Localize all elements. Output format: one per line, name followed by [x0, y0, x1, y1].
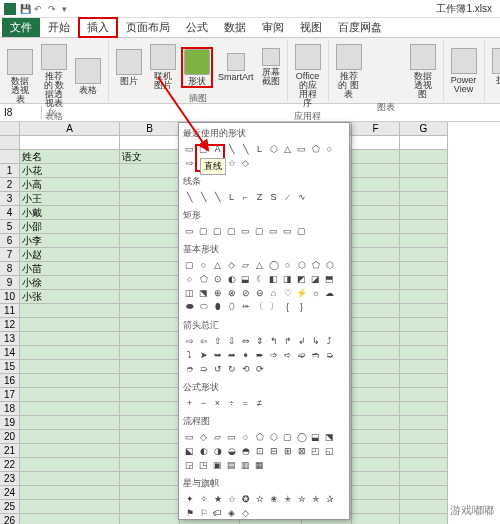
cell[interactable] [400, 206, 448, 220]
shape-item[interactable]: ✮ [295, 492, 308, 505]
cell[interactable] [352, 416, 400, 430]
shape-item[interactable]: ★ [211, 492, 224, 505]
cell[interactable] [352, 136, 400, 150]
cell[interactable] [400, 416, 448, 430]
fx-icon[interactable]: fx [42, 107, 62, 118]
tab-file[interactable]: 文件 [2, 18, 40, 37]
cell[interactable] [120, 374, 180, 388]
shape-item[interactable]: ╲ [211, 190, 224, 203]
shape-item[interactable]: = [239, 396, 252, 409]
shape-item[interactable]: △ [211, 258, 224, 271]
shape-item[interactable]: 🏷 [211, 506, 224, 519]
col-header[interactable] [0, 122, 20, 136]
row-header[interactable]: 8 [0, 262, 20, 276]
cell[interactable] [400, 248, 448, 262]
cell-name[interactable]: 小邵 [20, 220, 120, 234]
shape-item[interactable]: ○ [281, 258, 294, 271]
tab-formula[interactable]: 公式 [178, 18, 216, 37]
cell[interactable] [400, 472, 448, 486]
shape-item[interactable]: Z [253, 190, 266, 203]
row-header[interactable]: 7 [0, 248, 20, 262]
shape-item[interactable]: ⊗ [225, 286, 238, 299]
shape-item[interactable]: ➬ [309, 348, 322, 361]
cell[interactable] [400, 136, 448, 150]
chart-icon[interactable] [393, 56, 405, 66]
cell[interactable] [120, 332, 180, 346]
cell[interactable] [400, 514, 448, 524]
shape-item[interactable]: ◇ [239, 506, 252, 519]
cell-name[interactable]: 小徐 [20, 276, 120, 290]
cell[interactable] [20, 472, 120, 486]
shape-item[interactable]: ◒ [225, 444, 238, 457]
cell[interactable] [120, 346, 180, 360]
cell[interactable] [120, 304, 180, 318]
shape-item[interactable]: ◐ [197, 444, 210, 457]
shape-item[interactable]: ▭ [225, 430, 238, 443]
cell[interactable] [352, 472, 400, 486]
cell[interactable] [400, 402, 448, 416]
shape-item[interactable]: ⬠ [197, 272, 210, 285]
shape-item[interactable]: ▦ [253, 458, 266, 471]
shape-item[interactable]: ⇕ [253, 334, 266, 347]
cell[interactable] [400, 486, 448, 500]
shape-item[interactable]: ⤴ [323, 334, 336, 347]
shape-item[interactable]: ☾ [253, 272, 266, 285]
shape-item[interactable]: ⟳ [253, 362, 266, 375]
cell[interactable] [120, 262, 180, 276]
tab-home[interactable]: 开始 [40, 18, 78, 37]
shape-item[interactable]: ▢ [281, 430, 294, 443]
smartart-button[interactable]: SmartArt [215, 51, 257, 84]
shape-item[interactable]: ✦ [183, 492, 196, 505]
shape-item[interactable]: ➥ [211, 348, 224, 361]
row-header[interactable]: 6 [0, 234, 20, 248]
cell[interactable] [352, 332, 400, 346]
shape-item[interactable]: ⬠ [253, 430, 266, 443]
shape-item[interactable]: △ [253, 258, 266, 271]
row-header[interactable]: 20 [0, 430, 20, 444]
cell[interactable] [20, 430, 120, 444]
cell[interactable] [120, 248, 180, 262]
shape-item[interactable]: ◇ [197, 430, 210, 443]
online-picture-button[interactable]: 联机图片 [147, 42, 179, 92]
shape-item[interactable]: ✪ [239, 492, 252, 505]
cell-name[interactable]: 小李 [20, 234, 120, 248]
chart-icon[interactable] [367, 56, 379, 66]
screenshot-button[interactable]: 屏幕截图 [259, 46, 283, 88]
shape-item[interactable]: ▱ [211, 430, 224, 443]
shape-item[interactable]: ✯ [309, 492, 322, 505]
shape-item[interactable]: ⬯ [225, 300, 238, 313]
cell[interactable] [20, 346, 120, 360]
shape-item[interactable]: ✭ [281, 492, 294, 505]
shape-item[interactable]: ╲ [239, 142, 252, 155]
chart-icon[interactable] [367, 78, 379, 88]
cell[interactable] [120, 388, 180, 402]
cell[interactable] [352, 360, 400, 374]
shape-item[interactable]: ⤵ [183, 348, 196, 361]
row-header[interactable]: 26 [0, 514, 20, 524]
cell[interactable] [352, 262, 400, 276]
row-header[interactable]: 23 [0, 472, 20, 486]
shape-item[interactable]: ➧ [239, 348, 252, 361]
cell[interactable] [352, 444, 400, 458]
shape-item[interactable]: ↳ [309, 334, 322, 347]
shape-item[interactable]: − [197, 396, 210, 409]
row-header[interactable]: 10 [0, 290, 20, 304]
shape-item[interactable]: ○ [197, 258, 210, 271]
shape-item[interactable]: ➦ [225, 348, 238, 361]
shape-item[interactable]: ╲ [225, 142, 238, 155]
cell[interactable] [400, 360, 448, 374]
shape-item[interactable]: ⬓ [309, 430, 322, 443]
shape-item[interactable]: ⬡ [267, 142, 280, 155]
shape-item[interactable]: ○ [183, 272, 196, 285]
tab-baidu[interactable]: 百度网盘 [330, 18, 390, 37]
shape-item[interactable]: ▢ [197, 142, 210, 155]
shape-item[interactable]: ▭ [295, 142, 308, 155]
cell[interactable] [400, 332, 448, 346]
row-header[interactable]: 9 [0, 276, 20, 290]
shape-item[interactable]: △ [281, 142, 294, 155]
recommend-pivot-button[interactable]: 推荐的 数据透视表 [38, 42, 70, 110]
shape-item[interactable]: ⚡ [295, 286, 308, 299]
cell[interactable] [400, 346, 448, 360]
shape-item[interactable]: ÷ [225, 396, 238, 409]
row-header[interactable]: 16 [0, 374, 20, 388]
